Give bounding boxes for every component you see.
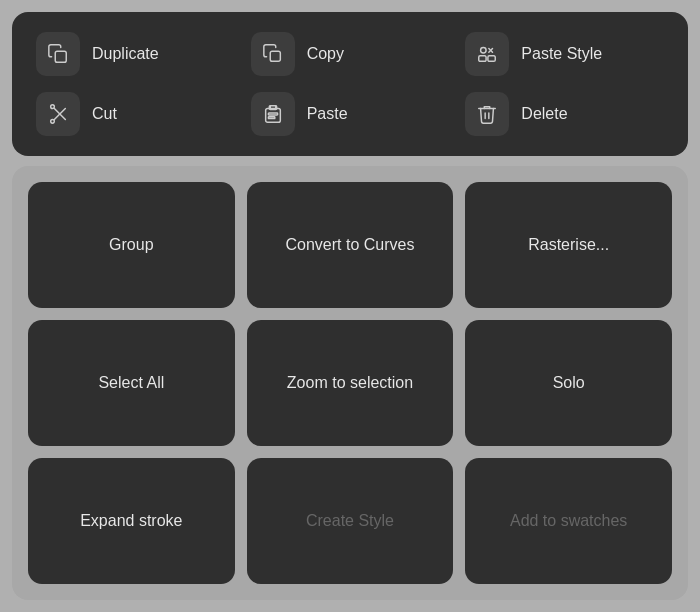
- cut-icon-box: [36, 92, 80, 136]
- copy-label: Copy: [307, 45, 344, 63]
- bottom-grid: Group Convert to Curves Rasterise... Sel…: [12, 166, 688, 600]
- svg-rect-0: [55, 51, 66, 62]
- expand-stroke-button[interactable]: Expand stroke: [28, 458, 235, 584]
- duplicate-icon-box: [36, 32, 80, 76]
- duplicate-item[interactable]: Duplicate: [32, 30, 239, 78]
- paste-style-icon: [476, 43, 498, 65]
- zoom-to-selection-button[interactable]: Zoom to selection: [247, 320, 454, 446]
- copy-icon: [262, 43, 284, 65]
- svg-rect-3: [479, 56, 486, 62]
- copy-icon-box: [251, 32, 295, 76]
- group-button[interactable]: Group: [28, 182, 235, 308]
- paste-style-label: Paste Style: [521, 45, 602, 63]
- svg-rect-4: [488, 56, 495, 62]
- top-menu: Duplicate Copy Paste Style: [12, 12, 688, 156]
- duplicate-icon: [47, 43, 69, 65]
- delete-item[interactable]: Delete: [461, 90, 668, 138]
- convert-to-curves-button[interactable]: Convert to Curves: [247, 182, 454, 308]
- cut-icon: [47, 103, 69, 125]
- paste-icon-box: [251, 92, 295, 136]
- paste-style-item[interactable]: Paste Style: [461, 30, 668, 78]
- copy-item[interactable]: Copy: [247, 30, 454, 78]
- paste-label: Paste: [307, 105, 348, 123]
- paste-style-icon-box: [465, 32, 509, 76]
- paste-item[interactable]: Paste: [247, 90, 454, 138]
- solo-button[interactable]: Solo: [465, 320, 672, 446]
- cut-item[interactable]: Cut: [32, 90, 239, 138]
- delete-icon: [476, 103, 498, 125]
- rasterise-button[interactable]: Rasterise...: [465, 182, 672, 308]
- duplicate-label: Duplicate: [92, 45, 159, 63]
- create-style-button: Create Style: [247, 458, 454, 584]
- paste-icon: [262, 103, 284, 125]
- svg-point-5: [51, 120, 55, 124]
- svg-rect-14: [268, 117, 274, 119]
- add-to-swatches-button: Add to swatches: [465, 458, 672, 584]
- delete-icon-box: [465, 92, 509, 136]
- svg-point-2: [481, 48, 487, 54]
- select-all-button[interactable]: Select All: [28, 320, 235, 446]
- cut-label: Cut: [92, 105, 117, 123]
- svg-rect-1: [270, 51, 280, 61]
- delete-label: Delete: [521, 105, 567, 123]
- svg-point-6: [51, 105, 55, 109]
- svg-rect-13: [268, 113, 277, 115]
